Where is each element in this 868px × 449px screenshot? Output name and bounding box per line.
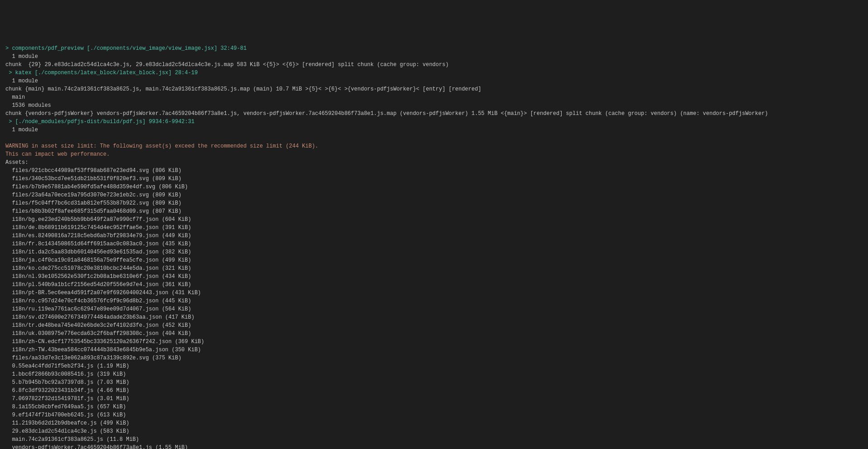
line-15: Assets: xyxy=(5,159,28,166)
line-24: i18n/es.82490816a7218c5ebd6ab7bf29834e79… xyxy=(5,233,191,239)
line-18: files/b7b9e57881ab4e590fd5afe488d359e4df… xyxy=(5,184,188,190)
line-3: chunk {29} 29.e83dclad2c54dlca4c3e.js, 2… xyxy=(5,62,448,68)
line-37: i18n/zh-CN.edcf17753545bc333625120a26367… xyxy=(5,339,204,345)
line-2: 1 module xyxy=(5,53,38,60)
line-46: 9.ef1474f71b4700eb6245.js (613 KiB) xyxy=(5,412,126,418)
line-10: > [./node_modules/pdfjs-dist/build/pdf.j… xyxy=(5,119,195,125)
line-50: vendors-pdfjsWorker.7ac4659204b86f73a8e1… xyxy=(5,444,188,449)
line-30: i18n/pl.540b9a1b1cf2156ed54d20f556e9d7e4… xyxy=(5,282,191,288)
line-32: i18n/ro.c957d24e70cf4cb36576fc9f9c96d8b2… xyxy=(5,298,191,304)
line-14: This can impact web performance. xyxy=(5,151,110,158)
line-16: files/921cbcc44989af53ff98ab687e23ed94.s… xyxy=(5,167,181,174)
line-20: files/f5c04ff7bc6cd31ab812ef553b87b922.s… xyxy=(5,200,181,206)
line-1: > components/pdf_preview [./components/v… xyxy=(5,45,247,52)
line-41: 1.bbc6f2866b93c0085416.js (319 KiB) xyxy=(5,371,126,377)
line-29: i18n/nl.93e1052562e530f1c2b08a1be6310e6f… xyxy=(5,273,191,280)
line-21: files/b8b3b02f8afee685f315d5faa0468d09.s… xyxy=(5,208,181,215)
line-34: i18n/sv.d274600e2767349774484adade23b63a… xyxy=(5,314,195,320)
line-9: chunk {vendors-pdfjsWorker} vendors-pdfj… xyxy=(5,110,768,117)
line-40: 0.55ea4c4fdd71f5eb2f34.js (1.19 MiB) xyxy=(5,363,129,369)
line-7: main xyxy=(5,94,25,100)
line-39: files/aa33d7e3c13e062a893c87a3139c892e.s… xyxy=(5,355,181,361)
line-17: files/340c53bcd7ee51db21bb531f0f820ef3.s… xyxy=(5,176,181,182)
line-43: 6.8fc3df9322023431b34f.js (4.66 MiB) xyxy=(5,387,129,394)
line-45: 8.1a155cb0cbfed7649aa5.js (657 KiB) xyxy=(5,404,126,410)
line-4: > katex [./components/latex_block/latex_… xyxy=(5,70,198,76)
line-28: i18n/ko.cde275cc51078c20e3810bcbc244e5da… xyxy=(5,265,191,272)
line-5: 1 module xyxy=(5,78,38,84)
line-25: i18n/fr.8c1434508651d64ff6915aac0c083ac0… xyxy=(5,241,191,247)
line-23: i18n/de.8b68911b619125c7454d4ec952ffae5e… xyxy=(5,224,191,231)
line-8: 1536 modules xyxy=(5,102,51,109)
line-35: i18n/tr.de48bea745e402e6bde3c2ef4102d3fe… xyxy=(5,322,191,329)
line-31: i18n/pt-BR.5ec6eea4d591f2a07e9f692604002… xyxy=(5,290,201,296)
line-38: i18n/zh-TW.43beea584cc074444b3843e6845b9… xyxy=(5,347,201,353)
line-49: main.74c2a91361cf383a8625.js (11.8 MiB) xyxy=(5,436,139,443)
line-47: 11.2193b6d2d12b9dbeafce.js (499 KiB) xyxy=(5,420,129,426)
line-22: i18n/bg.ee23ed240b5bb9bb649f2a87e990cf7f… xyxy=(5,216,191,223)
terminal-output: > components/pdf_preview [./components/v… xyxy=(5,36,863,449)
line-44: 7.0697822f32d15419781f.js (3.01 MiB) xyxy=(5,396,129,402)
line-13: WARNING in asset size limit: The followi… xyxy=(5,143,318,149)
line-11: 1 module xyxy=(5,127,38,133)
line-42: 5.b7b945b7bc92a37397d8.js (7.03 MiB) xyxy=(5,379,129,386)
line-36: i18n/uk.0308975e776ecda63c2f6baff298308c… xyxy=(5,330,191,337)
line-26: i18n/it.da2c5aa83dbb60140456ed93e61535ad… xyxy=(5,249,191,255)
line-19: files/23a64a70ece19a795d3070e723e1eb2c.s… xyxy=(5,192,181,198)
line-6: chunk {main} main.74c2a91361cf383a8625.j… xyxy=(5,86,481,92)
line-48: 29.e83dclad2c54dlca4c3e.js (583 KiB) xyxy=(5,428,129,435)
line-27: i18n/ja.c4f0ca19c01a8468156a75e9ffea5cfe… xyxy=(5,257,191,263)
line-33: i18n/ru.119ea7761ac6c62947e89ee09d7d4067… xyxy=(5,306,191,312)
